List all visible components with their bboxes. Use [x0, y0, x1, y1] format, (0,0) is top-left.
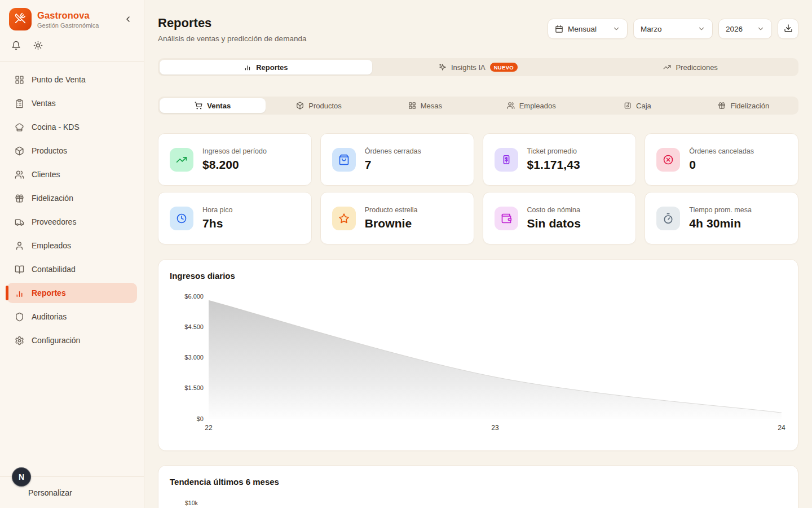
subtab-empleados[interactable]: Empleados: [478, 98, 584, 113]
personalize-label: Personalizar: [28, 488, 72, 497]
sidebar-item-ventas[interactable]: Ventas: [7, 93, 137, 113]
sidebar-item-productos[interactable]: Productos: [7, 141, 137, 161]
subtab-mesas[interactable]: Mesas: [372, 98, 478, 113]
year-select[interactable]: 2026: [718, 19, 772, 39]
stat-value: 7: [365, 158, 421, 172]
stat-label: Producto estrella: [365, 206, 418, 214]
sidebar-item-empleados[interactable]: Empleados: [7, 235, 137, 256]
report-filters: Mensual Marzo 2026: [548, 19, 798, 39]
sidebar-item-label: Punto de Venta: [32, 75, 86, 84]
subtab-caja[interactable]: Caja: [584, 98, 690, 113]
stat-label: Tiempo prom. mesa: [689, 206, 752, 214]
x-axis-tick: 24: [778, 424, 785, 432]
subtab-fidelizacion[interactable]: Fidelización: [691, 98, 797, 113]
tab-predicciones[interactable]: Predicciones: [584, 60, 797, 75]
new-badge: NUEVO: [490, 63, 518, 72]
sidebar-item-configuracion[interactable]: Configuración: [7, 330, 137, 351]
sidebar-footer[interactable]: N Personalizar: [0, 476, 144, 508]
trending-up-icon: [663, 63, 671, 71]
chevron-down-icon: [757, 25, 765, 33]
export-button[interactable]: [778, 19, 798, 39]
user-avatar[interactable]: N: [12, 467, 31, 487]
bell-icon: [11, 41, 21, 52]
chevron-left-icon: [123, 15, 133, 25]
sidebar-item-label: Proveedores: [32, 217, 76, 226]
sidebar-item-fidelizacion[interactable]: Fidelización: [7, 188, 137, 208]
brand-name: Gastronova: [37, 10, 99, 21]
sidebar-item-label: Reportes: [32, 288, 66, 297]
wallet-icon: [495, 207, 518, 230]
sidebar-item-clientes[interactable]: Clientes: [7, 164, 137, 185]
stat-value: $1.171,43: [527, 158, 580, 172]
sparkles-icon: [439, 63, 447, 71]
notifications-button[interactable]: [11, 41, 21, 52]
user-icon: [15, 241, 24, 251]
sidebar-item-auditorias[interactable]: Auditorias: [7, 306, 137, 327]
sidebar-item-label: Configuración: [32, 336, 80, 345]
page-subtitle: Análisis de ventas y predicción de deman…: [158, 34, 306, 43]
sidebar-item-contabilidad[interactable]: Contabilidad: [7, 259, 137, 279]
stat-value: $8.200: [202, 158, 267, 172]
stat-card-tiempo-prom-mesa: Tiempo prom. mesa4h 30min: [645, 192, 798, 244]
stat-card-ordenes-canceladas: Órdenes canceladas0: [645, 133, 798, 186]
trend-y-tick: $10k: [185, 500, 787, 506]
chevron-down-icon: [698, 25, 705, 33]
sidebar-item-label: Empleados: [32, 241, 71, 250]
stat-label: Costo de nómina: [527, 206, 581, 214]
sidebar-item-label: Ventas: [32, 99, 56, 108]
tab-reportes[interactable]: Reportes: [160, 60, 372, 75]
tab-label: Reportes: [256, 63, 288, 72]
sidebar-header: Gastronova Gestión Gastronómica: [0, 0, 144, 35]
brand-tagline: Gestión Gastronómica: [37, 22, 99, 29]
tab-insights-ia[interactable]: Insights IANUEVO: [372, 60, 585, 75]
star-icon: [332, 207, 356, 230]
bar-chart-icon: [15, 288, 24, 298]
page-title: Reportes: [158, 16, 306, 30]
tab-label: Caja: [636, 102, 651, 110]
sidebar-item-label: Productos: [32, 146, 67, 155]
timer-icon: [656, 207, 680, 230]
subtab-ventas[interactable]: Ventas: [160, 98, 266, 113]
stats-grid: Ingresos del período$8.200Órdenes cerrad…: [158, 133, 798, 244]
stat-label: Hora pico: [202, 206, 233, 214]
stat-label: Ingresos del período: [202, 147, 267, 155]
sidebar-item-punto-de-venta[interactable]: Punto de Venta: [7, 69, 137, 90]
sidebar-item-proveedores[interactable]: Proveedores: [7, 212, 137, 232]
trend-card: Tendencia últimos 6 meses $10k: [158, 465, 798, 508]
year-value: 2026: [726, 25, 752, 33]
package-icon: [296, 102, 304, 110]
sidebar-item-cocina-kds[interactable]: Cocina - KDS: [7, 117, 137, 137]
daily-revenue-title: Ingresos diarios: [170, 271, 787, 281]
cash-box-icon: [624, 102, 632, 110]
stat-value: 0: [689, 158, 754, 172]
stat-value: Sin datos: [527, 217, 581, 230]
daily-revenue-chart: $6.000$4.500$3.000$1.500$0222324: [170, 284, 786, 438]
stat-value: 7hs: [202, 217, 233, 230]
bar-chart-icon: [244, 63, 251, 71]
receipt-dollar-icon: [495, 148, 518, 172]
stat-card-costo-de-nomina: Costo de nóminaSin datos: [483, 192, 637, 244]
subtab-productos[interactable]: Productos: [266, 98, 372, 113]
period-select[interactable]: Mensual: [548, 19, 628, 39]
y-axis-tick: $0: [197, 415, 204, 422]
sidebar-item-label: Clientes: [32, 170, 60, 179]
tab-label: Mesas: [421, 102, 442, 110]
download-icon: [784, 24, 793, 34]
gift-icon: [15, 194, 24, 203]
gift-icon: [718, 102, 726, 110]
trend-title: Tendencia últimos 6 meses: [170, 477, 787, 487]
clipboard-icon: [15, 99, 24, 108]
stat-card-ingresos-del-periodo: Ingresos del período$8.200: [158, 133, 312, 186]
month-select[interactable]: Marzo: [633, 19, 713, 39]
y-axis-tick: $4.500: [184, 323, 204, 330]
sidebar-item-label: Fidelización: [32, 194, 73, 203]
sidebar-collapse-button[interactable]: [121, 12, 135, 28]
app-logo: [9, 8, 32, 30]
truck-icon: [15, 217, 24, 227]
y-axis-tick: $3.000: [184, 354, 204, 361]
sun-icon: [33, 41, 43, 52]
sidebar-quick-actions: [0, 35, 144, 62]
tab-label: Empleados: [519, 102, 556, 110]
theme-toggle-button[interactable]: [33, 41, 43, 52]
sidebar-item-reportes[interactable]: Reportes: [7, 283, 137, 303]
